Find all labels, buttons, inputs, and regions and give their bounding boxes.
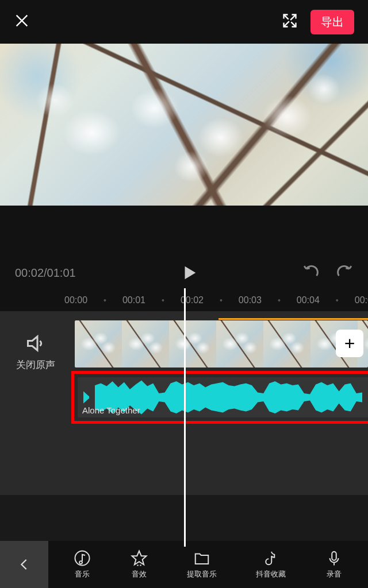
play-button[interactable] — [76, 264, 302, 281]
time-display: 00:02/01:01 — [15, 266, 76, 280]
spacer — [0, 206, 368, 256]
video-thumbnail — [122, 320, 169, 368]
folder-icon — [193, 550, 210, 567]
video-thumbnail — [216, 320, 263, 368]
toolbar-music[interactable]: 音乐 — [74, 550, 91, 579]
redo-button[interactable] — [336, 265, 353, 281]
star-icon — [131, 550, 148, 567]
audio-track-name: Alone Together — [82, 405, 140, 415]
toolbar-label: 音乐 — [75, 569, 90, 579]
ruler-tick: 00:01 — [122, 295, 145, 305]
bottom-toolbar: 音乐 音效 提取音乐 抖音收藏 录音 — [0, 541, 368, 588]
svg-rect-1 — [332, 552, 336, 560]
toolbar-label: 录音 — [327, 569, 342, 579]
add-clip-button[interactable]: + — [336, 330, 363, 357]
export-button[interactable]: 导出 — [310, 10, 354, 34]
toolbar-soundfx[interactable]: 音效 — [131, 550, 148, 579]
ruler-tick: 00:05 — [355, 295, 368, 305]
fullscreen-icon[interactable] — [282, 13, 298, 31]
mute-label: 关闭原声 — [16, 358, 55, 372]
ruler-tick: 00:04 — [297, 295, 320, 305]
timeline: 关闭原声 + Alone Together — [0, 311, 368, 495]
marker-line — [218, 318, 368, 320]
mic-icon — [325, 550, 343, 567]
highlight-box: Alone Together — [71, 371, 368, 424]
music-note-icon — [74, 550, 91, 567]
mute-original-button[interactable]: 关闭原声 — [0, 311, 71, 495]
toolbar-label: 抖音收藏 — [256, 569, 286, 579]
ruler-tick: 00:03 — [239, 295, 262, 305]
toolbar-record[interactable]: 录音 — [325, 550, 343, 579]
video-track[interactable] — [75, 320, 368, 368]
toolbar-label: 提取音乐 — [187, 569, 217, 579]
back-button[interactable] — [0, 541, 48, 588]
audio-track[interactable]: Alone Together — [78, 377, 368, 417]
douyin-icon — [262, 550, 279, 567]
video-thumbnail — [169, 320, 216, 368]
video-thumbnail — [75, 320, 122, 368]
video-preview[interactable] — [0, 44, 368, 206]
ruler-tick: 00:00 — [64, 295, 87, 305]
player-controls: 00:02/01:01 — [0, 256, 368, 289]
undo-button[interactable] — [302, 265, 320, 281]
close-button[interactable] — [14, 13, 30, 31]
toolbar-extract-audio[interactable]: 提取音乐 — [187, 550, 217, 579]
playhead[interactable] — [184, 288, 186, 547]
top-bar: 导出 — [0, 0, 368, 44]
toolbar-label: 音效 — [132, 569, 147, 579]
toolbar-douyin-favorites[interactable]: 抖音收藏 — [256, 550, 286, 579]
video-thumbnail — [263, 320, 310, 368]
